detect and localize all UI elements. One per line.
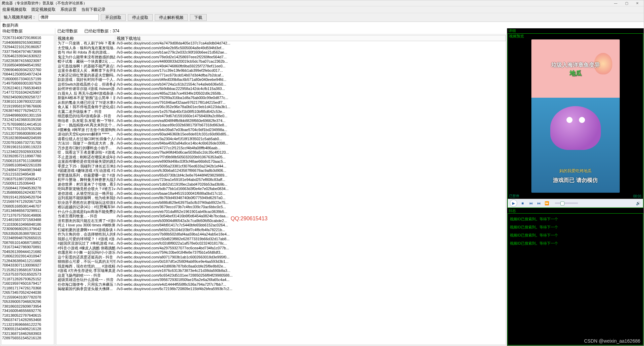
list-item[interactable]: 7268051685081446707	[2, 204, 53, 209]
list-item[interactable]: 7181348465670298911	[2, 209, 53, 213]
table-row[interactable]: 当谁言遇到牧童... - 抖音//v3-webc.douyinvod.com/3…	[56, 214, 506, 219]
list-item[interactable]: 7087651014068718852	[2, 241, 53, 245]
list-item[interactable]: 7091914126504520704	[2, 195, 53, 200]
list-item[interactable]: 7135888065242430770	[2, 190, 53, 195]
list-item[interactable]: 7147727016342425907	[2, 90, 53, 95]
table-row[interactable]: 鬼泣为什么能带来没有挫败感的挑战...//v3-webc.douyinvod.c…	[56, 55, 506, 60]
list-item[interactable]: 7214815837071583488	[2, 218, 53, 222]
table-row[interactable]: 迷你世界：村庄里来了个怪物，看见...//v3-webc.douyinvod.c…	[56, 182, 506, 187]
keyword-input[interactable]	[39, 14, 99, 21]
list-item[interactable]: 7159851089402261039	[2, 163, 53, 168]
table-row[interactable]: 迷你游戏：从墙空挖出这一格开始，...//v3-webc.douyinvod.c…	[56, 191, 506, 196]
list-item[interactable]: 7323928572118987780	[2, 154, 53, 159]
list-item[interactable]: 7215697471292067129	[2, 199, 53, 204]
list-item[interactable]: 7184068892915903802	[2, 40, 53, 45]
stop-parse-button[interactable]: 停止解析视频	[155, 14, 188, 21]
video-table[interactable]: 为了一只坐骑，有人刷了9年？看来...//v3-webc.douyinvod.c…	[56, 41, 506, 345]
fast-forward-button[interactable]: ⏩	[544, 200, 550, 206]
list-item[interactable]: 7321368718462683903	[2, 332, 53, 336]
list-item[interactable]: 7053350535388709132	[2, 231, 53, 236]
list-item[interactable]: 7220781065732731700	[2, 140, 53, 145]
table-row[interactable]: 我是梅西，现在在慌的___ #游戏精...//v3-webc.douyinvod…	[56, 264, 506, 269]
table-row[interactable]: 职业选手居然在比赛现场玩这些游戏...//v3-webc.douyinvod.c…	[56, 200, 506, 205]
table-row[interactable]: 大家还记得红警里的基诺夫空翻吗...//v3-webc.douyinvod.co…	[56, 73, 506, 78]
list-item[interactable]: 7265734570524244038	[2, 290, 53, 295]
list-item[interactable]: 7084333071130096927	[2, 263, 53, 268]
list-item[interactable]: 7316724427869070891	[2, 245, 53, 250]
list-item[interactable]: 7341600546556692776	[2, 309, 53, 313]
table-row[interactable]: 终结者：队友呢 队友呢 救一下呀#...//v3-webc.douyinvod.…	[56, 119, 506, 123]
list-item[interactable]: 7271376757559149806	[2, 213, 53, 218]
list-item[interactable]: 7153753375016502573	[2, 272, 53, 277]
list-item[interactable]: 7286904609342322760	[2, 68, 53, 72]
list-item[interactable]: 7170177013107615200	[2, 127, 53, 131]
table-row[interactable]: 新版K4根本不是"剧痴"这么简单！后...//v3-webc.douyinvod…	[56, 96, 506, 100]
list-item[interactable]: 7182283874156023097	[2, 59, 53, 63]
stop-button[interactable]: 停止提取	[128, 14, 153, 21]
table-row[interactable]: 细思极恐的结局#游戏杂谈 - 抖音//v3-webc.douyinvod.com…	[56, 114, 506, 119]
table-row[interactable]: 哎，我看这下王者是要凉啦~ #游戏...//v3-webc.douyinvod.…	[56, 150, 506, 155]
list-item[interactable]: 7049261399444121680	[2, 250, 53, 254]
table-row[interactable]: 不止是游戏；刚刚还在嘲笑未成年的...//v3-webc.douyinvod.c…	[56, 155, 506, 160]
pending-id-list[interactable]: 7226731406729186616718406889291590380273…	[1, 35, 54, 345]
list-item[interactable]: 7316850498848541992	[2, 63, 53, 68]
list-item[interactable]: 7112340229326933263	[2, 150, 53, 154]
table-row[interactable]: 方法10：我做了一身纸皮大衣，身...//v3-webc.douyinvod.c…	[56, 141, 506, 146]
list-item[interactable]: 7230909680281379642	[2, 227, 53, 231]
list-item[interactable]: 7128436389411211680	[2, 259, 53, 263]
download-button[interactable]: 下载	[190, 14, 207, 21]
list-item[interactable]: 7329442210129186057	[2, 45, 53, 50]
table-row[interactable]: #摆摊鱼 #网琴派 打击垫个摇摆狗狗...//v3-webc.douyinvod…	[56, 128, 506, 132]
list-item[interactable]: 7115590431007782078	[2, 295, 53, 300]
list-item[interactable]: 7159489860091301159	[2, 113, 53, 118]
table-row[interactable]: 蓝一：挑战精致xW,再次来到玄个...//v3-webc.douyinvod.c…	[56, 123, 506, 128]
table-row[interactable]: 什么什么游戏是Epic商场不能免费送...//v3-webc.douyinvod…	[56, 210, 506, 214]
table-row[interactable]: 曾与 #lol 和 #dota 齐名的游戏...//v3-webc.douyin…	[56, 50, 506, 55]
list-item[interactable]: 7149758069301007629	[2, 81, 53, 86]
table-row[interactable]: 如何评价谢菲尔德 #游戏 #steam游...//v3-webc.douyinv…	[56, 87, 506, 91]
start-button[interactable]: 开启抓取	[101, 14, 126, 21]
table-row[interactable]: 难以超越的记录(41)：#狂野飚车9#a...//v3-webc.douyinv…	[56, 205, 506, 210]
table-row[interactable]: 这可是战场啊！武器能不能严肃点!...//v3-webc.douyinvod.c…	[56, 64, 506, 69]
table-row[interactable]: 从前的氪金大佬已经没了?#逆水寒#...//v3-webc.douyinvod.…	[56, 100, 506, 105]
table-row[interactable]: 这里全条都没人买，果断拿下去开箱...//v3-webc.douyinvod.c…	[56, 68, 506, 73]
next-button[interactable]: ⏭	[536, 200, 541, 206]
prev-button[interactable]: ⏮	[528, 200, 533, 206]
menu-fixed-extract[interactable]: 固定视频提取	[31, 7, 56, 12]
table-row[interactable]: 何止 I love you 3000 times #钢铁侠 #...//v3-w…	[56, 223, 506, 228]
menu-settings[interactable]: 系统设置	[60, 7, 77, 12]
table-row[interactable]: 任你海口随便夸，只用实力来碾压！...//v3-webc.douyinvod.c…	[56, 282, 506, 287]
close-button[interactable]: ✕	[635, 1, 640, 6]
table-row[interactable]: 这个彩蛋的还原度还挺高的 - 抖音//v3-webc.douyinvod.com…	[56, 255, 506, 260]
list-item[interactable]: 7226224011766530493	[2, 86, 53, 91]
table-row[interactable]: 帽子试毒：藏祸一个块真要2元，...//v3-webc.douyinvod.co…	[56, 59, 506, 64]
table-row[interactable]: 为了一只坐骑，有人刷了9年？看来...//v3-webc.douyinvod.c…	[56, 41, 506, 46]
menu-download-log[interactable]: 当前下载记录	[81, 7, 106, 12]
list-item[interactable]: 7223489948782665015	[2, 236, 53, 241]
log-output[interactable]: 视频ID已搜索到。等待下一个视频ID已搜索到。等待下一个视频ID已搜索到。等待下…	[508, 214, 643, 345]
table-row[interactable]: 这里面有哪些是你觉得最失望的跳票...//v3-webc.douyinvod.c…	[56, 159, 506, 164]
minimize-button[interactable]: —	[613, 1, 618, 6]
list-item[interactable]: 7180006573340157199	[2, 77, 53, 82]
list-item[interactable]: 7263874927762942271	[2, 108, 53, 113]
list-item[interactable]: 7239196151038119223	[2, 145, 53, 150]
list-item[interactable]: 7150091125336443	[2, 181, 53, 186]
table-row[interactable]: 密室逃脱系列，你最爱哪一款？#游...//v3-webc.douyinvod.c…	[56, 173, 506, 178]
table-row[interactable]: 太空狼人杀：狼和内鬼在案发现场...//v3-webc.douyinvod.co…	[56, 46, 506, 51]
list-item[interactable]: 7337794047974673699	[2, 50, 53, 54]
mute-button[interactable]: 🔊	[636, 200, 641, 206]
table-row[interactable]: 万步是有C鞅行的哪料盒小助手...//v3-webc.douyinvod.com…	[56, 146, 506, 151]
table-row[interactable]: 这到底能不能驯服啊，他为啥来我的...//v3-webc.douyinvod.c…	[56, 196, 506, 200]
table-row[interactable]: 作为主角的你，会选择牺牲别人的救...//v3-webc.douyinvod.c…	[56, 232, 506, 237]
list-item[interactable]: 7181380522787640615	[2, 313, 53, 318]
maximize-button[interactable]: ▢	[624, 1, 629, 6]
table-row[interactable]: 零度之下25：我碰到了体长近百米的...//v3-webc.douyinvod.…	[56, 164, 506, 169]
menu-batch-extract[interactable]: 批量视频提取	[2, 7, 27, 12]
table-row[interactable]: 这些Switch游戏虽然小众，但请务必...//v3-webc.douyinvo…	[56, 82, 506, 87]
list-item[interactable]: 7175765986514414516	[2, 122, 53, 127]
table-row[interactable]: #游戏 #方舟生存进化 李宗瑞果真是...//v3-webc.douyinvod…	[56, 269, 506, 273]
table-row[interactable]: 揭秘索国代购拿货逆头最大佛牌...//v3-webc.douyinvod.com…	[56, 287, 506, 291]
list-item[interactable]: 7124884729449819448	[2, 168, 53, 172]
list-item[interactable]: 7151215323495438	[2, 172, 53, 177]
list-item[interactable]: 7381860322609873954	[2, 304, 53, 309]
